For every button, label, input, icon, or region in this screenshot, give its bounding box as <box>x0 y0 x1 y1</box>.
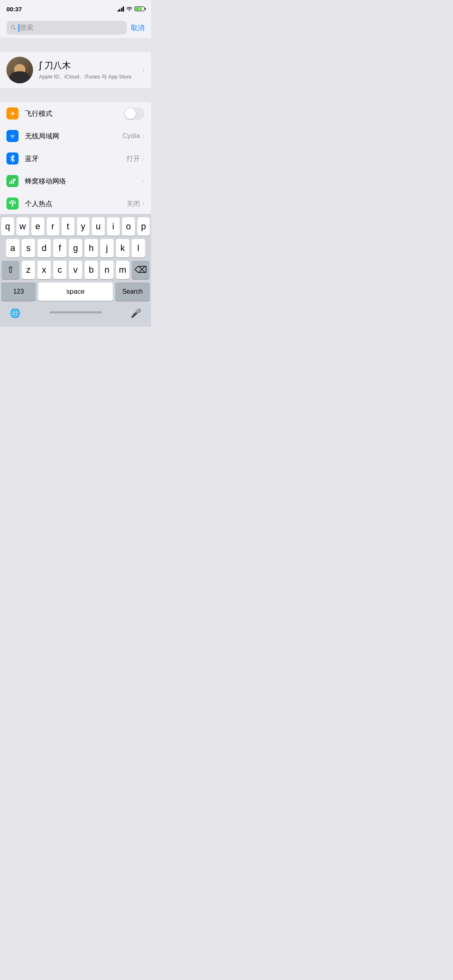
airplane-mode-icon: ✈ <box>6 107 19 119</box>
key-f[interactable]: f <box>53 239 66 257</box>
key-w[interactable]: w <box>17 217 29 236</box>
microphone-icon[interactable]: 🎤 <box>130 308 141 319</box>
profile-info: ʃ 刀八木 Apple ID、iCloud、iTunes 与 App Store <box>39 60 136 80</box>
wifi-status-icon <box>126 6 132 12</box>
svg-point-5 <box>14 179 16 180</box>
globe-icon[interactable]: 🌐 <box>10 308 21 319</box>
key-e[interactable]: e <box>31 217 44 236</box>
airplane-mode-label: 飞行模式 <box>25 109 124 118</box>
cellular-label: 蜂窝移动网络 <box>25 177 143 186</box>
key-m[interactable]: m <box>116 261 129 279</box>
key-h[interactable]: h <box>85 239 98 257</box>
settings-item-cellular[interactable]: 蜂窝移动网络 › <box>0 170 151 192</box>
search-input[interactable]: 搜索 <box>19 24 33 32</box>
wifi-chevron-icon: › <box>143 132 145 140</box>
settings-item-airplane[interactable]: ✈ 飞行模式 <box>0 102 151 125</box>
key-t[interactable]: t <box>62 217 74 236</box>
profile-chevron-icon: › <box>142 66 145 74</box>
key-b[interactable]: b <box>85 261 98 279</box>
bluetooth-chevron-icon: › <box>143 155 145 162</box>
numbers-key[interactable]: 123 <box>1 282 36 301</box>
wifi-icon <box>6 130 19 142</box>
signal-icon <box>118 6 124 12</box>
wifi-value: Cydia <box>122 132 140 140</box>
key-g[interactable]: g <box>69 239 82 257</box>
key-n[interactable]: n <box>100 261 114 279</box>
profile-name-prefix: ʃ <box>39 60 42 70</box>
key-p[interactable]: p <box>137 217 150 236</box>
space-key[interactable]: space <box>38 282 113 301</box>
separator-top <box>0 38 151 52</box>
keyboard-row-2: a s d f g h j k l <box>1 239 150 257</box>
airplane-mode-toggle[interactable] <box>124 107 145 120</box>
search-key[interactable]: Search <box>115 282 150 301</box>
key-i[interactable]: i <box>107 217 120 236</box>
bluetooth-value: 打开 <box>126 154 140 163</box>
key-q[interactable]: q <box>1 217 14 236</box>
search-input-wrap[interactable]: 搜索 <box>6 21 127 35</box>
bluetooth-icon <box>6 152 19 165</box>
profile-card[interactable]: ʃ 刀八木 Apple ID、iCloud、iTunes 与 App Store… <box>0 52 151 88</box>
svg-rect-2 <box>10 181 10 184</box>
delete-icon: ⌫ <box>134 265 147 275</box>
profile-name: ʃ 刀八木 <box>39 60 136 72</box>
key-l[interactable]: l <box>132 239 145 257</box>
shift-icon: ⇧ <box>7 265 14 275</box>
keyboard: q w e r t y u i o p a s d f g h j k l ⇧ <box>0 214 151 327</box>
settings-item-bluetooth[interactable]: 蓝牙 打开 › <box>0 147 151 170</box>
wifi-label: 无线局域网 <box>25 132 122 141</box>
status-time: 00:37 <box>6 6 22 12</box>
key-y[interactable]: y <box>77 217 90 236</box>
cellular-icon <box>6 175 19 187</box>
profile-name-text: 刀八木 <box>44 60 71 70</box>
key-k[interactable]: k <box>116 239 129 257</box>
bluetooth-label: 蓝牙 <box>25 154 126 163</box>
key-s[interactable]: s <box>22 239 35 257</box>
keyboard-row-1: q w e r t y u i o p <box>1 217 150 236</box>
status-bar: 00:37 ⚡ <box>0 0 151 18</box>
keyboard-accessories: 🌐 🎤 <box>0 304 151 327</box>
shift-key[interactable]: ⇧ <box>2 261 19 279</box>
settings-item-wifi[interactable]: 无线局域网 Cydia › <box>0 125 151 147</box>
delete-key[interactable]: ⌫ <box>132 261 149 279</box>
profile-subtitle: Apple ID、iCloud、iTunes 与 App Store <box>39 73 136 80</box>
settings-item-hotspot[interactable]: 个人热点 关闭 › <box>0 192 151 215</box>
home-bar <box>50 311 102 313</box>
battery-icon: ⚡ <box>134 6 145 11</box>
svg-rect-3 <box>11 180 12 184</box>
key-x[interactable]: x <box>37 261 51 279</box>
hotspot-icon <box>6 198 19 210</box>
key-o[interactable]: o <box>122 217 135 236</box>
home-indicator <box>50 311 102 316</box>
search-icon <box>10 25 16 31</box>
search-bar-area: 搜索 取消 <box>0 18 151 38</box>
avatar <box>6 57 33 83</box>
key-z[interactable]: z <box>22 261 35 279</box>
key-v[interactable]: v <box>69 261 82 279</box>
hotspot-chevron-icon: › <box>143 200 145 207</box>
section-gap <box>0 88 151 102</box>
cellular-chevron-icon: › <box>143 177 145 185</box>
key-c[interactable]: c <box>53 261 66 279</box>
key-d[interactable]: d <box>37 239 51 257</box>
key-u[interactable]: u <box>92 217 105 236</box>
cancel-button[interactable]: 取消 <box>131 23 145 33</box>
key-a[interactable]: a <box>6 239 19 257</box>
keyboard-row-3: ⇧ z x c v b n m ⌫ <box>1 261 150 279</box>
status-icons: ⚡ <box>118 6 145 12</box>
svg-rect-4 <box>13 179 14 184</box>
hotspot-value: 关闭 <box>126 199 140 208</box>
hotspot-label: 个人热点 <box>25 199 126 208</box>
key-j[interactable]: j <box>100 239 114 257</box>
svg-line-1 <box>14 28 16 30</box>
keyboard-bottom-row: 123 space Search <box>0 282 151 301</box>
key-r[interactable]: r <box>47 217 60 236</box>
